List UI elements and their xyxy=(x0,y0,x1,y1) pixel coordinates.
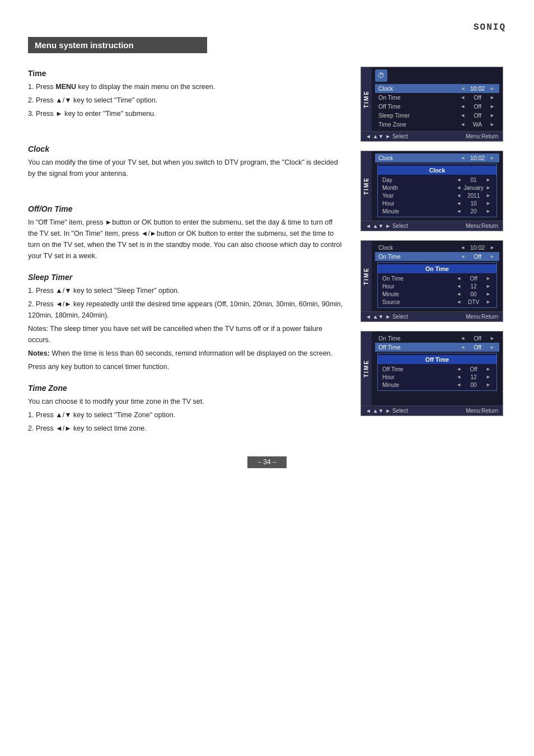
menu-row-ontime: On Time ◄ Off ► xyxy=(375,93,499,102)
tv-menu-1: TIME ⏱ Clock ◄ 10:02 xyxy=(360,67,503,142)
sub-minute: Minute ◄ 20 ► xyxy=(378,207,496,215)
menu-row-timezone: Time Zone ◄ WA ► xyxy=(375,120,499,129)
tv-menu-3: TIME Clock ◄ 10:02 ► On Time ◄ xyxy=(360,240,503,322)
time-step-3: 3. Press ► key to enter "Time" submenu. xyxy=(28,108,344,119)
brand-logo: SONIQ xyxy=(28,22,506,32)
timezone-body: You can choose it to modify your time zo… xyxy=(28,396,344,434)
menu-row-clock: Clock ◄ 10:02 ► xyxy=(375,84,499,93)
sub-ontime-source: Source ◄ DTV ► xyxy=(378,298,496,306)
section-header: Menu system instruction xyxy=(28,37,207,53)
menu-icon-active: ⏱ xyxy=(375,69,387,82)
left-column: Time 1. Press MENU key to display the ma… xyxy=(28,67,344,440)
ontime-submenu-title: On Time xyxy=(378,264,496,273)
clock-submenu: Clock Day ◄ 01 ► Month ◄ xyxy=(377,164,497,217)
footer-return-1: Menu:Return xyxy=(466,133,498,139)
menu-footer-3: ◄ ▲▼ ► Select Menu:Return xyxy=(361,311,503,321)
menu-footer-4: ◄ ▲▼ ► Select Menu:Return xyxy=(361,405,503,416)
sub-hour: Hour ◄ 10 ► xyxy=(378,199,496,207)
clock-submenu-title: Clock xyxy=(378,166,496,175)
time-body: 1. Press MENU key to display the main me… xyxy=(28,81,344,119)
ontime-submenu: On Time On Time ◄ Off ► Hour ◄ xyxy=(377,262,497,308)
footer-return-2: Menu:Return xyxy=(466,223,498,229)
sub-day: Day ◄ 01 ► xyxy=(378,176,496,184)
sub-offtime: Off Time ◄ Off ► xyxy=(378,365,496,373)
sub-offtime-minute: Minute ◄ 00 ► xyxy=(378,381,496,389)
time-step-2: 2. Press ▲/▼ key to select "Time" option… xyxy=(28,95,344,106)
footer-select-3: ◄ ▲▼ ► Select xyxy=(366,314,408,320)
tv-menu-4: TIME On Time ◄ Off ► Off Time ◄ xyxy=(360,331,503,416)
menu-row-offtime: Off Time ◄ Off ► xyxy=(375,102,499,111)
sub-year: Year ◄ 2011 ► xyxy=(378,192,496,199)
menu2-row-clock: Clock ◄ 10:02 ► xyxy=(375,153,499,162)
menu-footer-1: ◄ ▲▼ ► Select Menu:Return xyxy=(361,131,503,141)
footer-select-2: ◄ ▲▼ ► Select xyxy=(366,223,408,229)
sub-ontime-minute: Minute ◄ 00 ► xyxy=(378,290,496,298)
page-number: －34－ xyxy=(247,456,286,468)
page-number-container: －34－ xyxy=(28,456,506,468)
clock-body: You can modify the time of your TV set, … xyxy=(28,157,344,179)
sub-month: Month ◄ January ► xyxy=(378,184,496,192)
timezone-title: Time Zone xyxy=(28,384,344,393)
tv-menu-2: TIME Clock ◄ 10:02 ► Clock xyxy=(360,151,503,231)
time-label-4: TIME xyxy=(361,332,372,405)
right-column: TIME ⏱ Clock ◄ 10:02 xyxy=(360,67,506,440)
footer-select-4: ◄ ▲▼ ► Select xyxy=(366,408,408,414)
offontime-title: Off/On Time xyxy=(28,204,344,213)
sleeptimer-body: 1. Press ▲/▼ key to select "Sleep Timer"… xyxy=(28,285,344,372)
time-label-2: TIME xyxy=(361,151,372,221)
time-label-3: TIME xyxy=(361,241,372,311)
sleeptimer-title: Sleep Timer xyxy=(28,273,344,282)
footer-return-4: Menu:Return xyxy=(466,408,498,414)
offtime-submenu-title: Off Time xyxy=(378,355,496,364)
offtime-submenu: Off Time Off Time ◄ Off ► Hour ◄ xyxy=(377,353,497,391)
time-step-1: 1. Press MENU key to display the main me… xyxy=(28,81,344,92)
menu4-row-ontime: On Time ◄ Off ► xyxy=(375,334,499,343)
time-label-1: TIME xyxy=(361,67,372,131)
clock-title: Clock xyxy=(28,144,344,153)
menu3-row-clock: Clock ◄ 10:02 ► xyxy=(375,243,499,252)
menu3-row-ontime: On Time ◄ Off ► xyxy=(375,252,499,261)
menu-footer-2: ◄ ▲▼ ► Select Menu:Return xyxy=(361,221,503,231)
menu4-row-offtime: Off Time ◄ Off ► xyxy=(375,343,499,352)
sub-ontime: On Time ◄ Off ► xyxy=(378,274,496,282)
footer-select-1: ◄ ▲▼ ► Select xyxy=(366,133,408,139)
menu-row-sleeptimer: Sleep Timer ◄ Off ► xyxy=(375,111,499,120)
sub-ontime-hour: Hour ◄ 12 ► xyxy=(378,282,496,290)
sub-offtime-hour: Hour ◄ 12 ► xyxy=(378,373,496,381)
offontime-body: In "Off Time" item, press ►button or OK … xyxy=(28,217,344,262)
time-title: Time xyxy=(28,69,344,78)
footer-return-3: Menu:Return xyxy=(466,314,498,320)
